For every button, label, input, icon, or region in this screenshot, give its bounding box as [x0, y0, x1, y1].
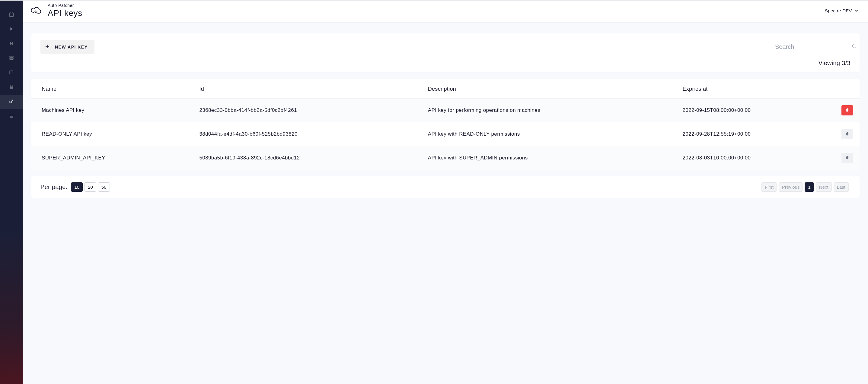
sidebar-nav: [0, 0, 23, 384]
api-keys-table: Name Id Description Expires at Machines …: [31, 79, 860, 170]
trash-icon: [845, 131, 849, 137]
cell-id: 2368ec33-0bba-414f-bb2a-5df0c2bf4261: [197, 99, 426, 123]
app-subtitle: Auto Patcher: [48, 3, 82, 8]
cell-id: 5089ba5b-6f19-438a-892c-18cd6e4bbd12: [197, 146, 426, 170]
calendar-icon: [9, 12, 14, 19]
sidebar-item-key[interactable]: [0, 95, 23, 109]
per-page-option-20[interactable]: 20: [85, 182, 96, 192]
trash-icon: [845, 155, 849, 161]
trash-icon: [845, 108, 849, 113]
search-input[interactable]: [775, 43, 851, 50]
pager-last-button[interactable]: Last: [834, 182, 849, 192]
sidebar-item-skip[interactable]: [0, 37, 23, 51]
per-page-option-50[interactable]: 50: [98, 182, 110, 192]
top-divider: [0, 0, 868, 1]
col-expires: Expires at: [681, 79, 838, 99]
sidebar-item-chat[interactable]: [0, 66, 23, 80]
pager-next-button[interactable]: Next: [816, 182, 832, 192]
skip-icon: [9, 41, 14, 47]
per-page-label: Per page:: [40, 183, 67, 190]
svg-point-8: [10, 101, 11, 103]
cell-description: API key with SUPER_ADMIN permissions: [426, 146, 681, 170]
svg-rect-6: [10, 59, 13, 60]
cell-id: 38d044fa-e4df-4a30-b60f-525b2bd93820: [197, 123, 426, 146]
table-card: Name Id Description Expires at Machines …: [31, 79, 860, 170]
sidebar-item-server[interactable]: [0, 51, 23, 66]
cell-name: Machines API key: [31, 99, 197, 123]
sidebar-item-play[interactable]: [0, 22, 23, 37]
cell-description: API key with READ-ONLY permissions: [426, 123, 681, 146]
per-page-option-10[interactable]: 10: [71, 182, 83, 192]
col-description: Description: [426, 79, 681, 99]
search-icon: [851, 44, 857, 50]
table-row[interactable]: Machines API key2368ec33-0bba-414f-bb2a-…: [31, 99, 860, 123]
chevron-down-icon: [855, 8, 858, 13]
pager-first-button[interactable]: First: [762, 182, 777, 192]
svg-rect-4: [12, 42, 13, 45]
pager-previous-button[interactable]: Previous: [779, 182, 803, 192]
svg-line-13: [855, 47, 856, 48]
key-icon: [9, 99, 14, 105]
pagination-card: Per page: 102050 First Previous 1 Next L…: [31, 176, 860, 198]
user-menu[interactable]: Spectre DEV.: [825, 8, 858, 13]
cell-expires: 2022-09-28T12:55:19+00:00: [681, 123, 838, 146]
chat-icon: [9, 70, 14, 76]
toolbar-card: NEW API KEY Viewing 3/3: [31, 33, 860, 72]
cell-expires: 2022-08-03T10:00:00+00:00: [681, 146, 838, 170]
cell-name: SUPER_ADMIN_API_KEY: [31, 146, 197, 170]
cell-description: API key for performing operations on mac…: [426, 99, 681, 123]
table-row[interactable]: READ-ONLY API key38d044fa-e4df-4a30-b60f…: [31, 123, 860, 146]
sidebar-item-calendar[interactable]: [0, 8, 23, 22]
cell-name: READ-ONLY API key: [31, 123, 197, 146]
cell-expires: 2022-09-15T08:00:00+00:00: [681, 99, 838, 123]
svg-rect-5: [10, 56, 13, 58]
page-title: API keys: [48, 8, 82, 19]
sidebar-item-lock[interactable]: [0, 80, 23, 95]
pager-page-current[interactable]: 1: [805, 182, 814, 192]
plus-icon: [45, 44, 50, 50]
new-api-key-button[interactable]: NEW API KEY: [40, 40, 94, 54]
viewing-count: Viewing 3/3: [40, 60, 850, 67]
sidebar-item-book[interactable]: [0, 109, 23, 124]
col-id: Id: [197, 79, 426, 99]
user-name-label: Spectre DEV.: [825, 8, 853, 13]
logo: [28, 3, 43, 18]
svg-rect-0: [9, 13, 13, 16]
delete-button[interactable]: [841, 129, 853, 139]
table-row[interactable]: SUPER_ADMIN_API_KEY5089ba5b-6f19-438a-89…: [31, 146, 860, 170]
book-icon: [9, 113, 14, 120]
lock-icon: [9, 84, 14, 91]
delete-button[interactable]: [841, 153, 853, 163]
topbar: Auto Patcher API keys Spectre DEV.: [23, 0, 868, 23]
col-name: Name: [31, 79, 197, 99]
play-icon: [9, 26, 14, 33]
svg-point-12: [852, 45, 855, 47]
server-icon: [9, 55, 14, 62]
new-api-key-label: NEW API KEY: [55, 45, 88, 49]
delete-button[interactable]: [841, 105, 853, 115]
svg-rect-7: [10, 86, 13, 89]
